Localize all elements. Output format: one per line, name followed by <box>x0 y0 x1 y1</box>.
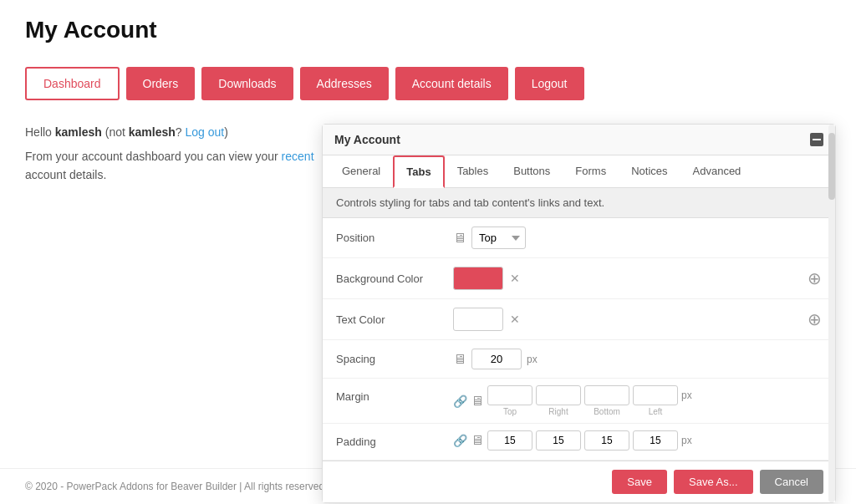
margin-unit: px <box>681 389 692 401</box>
spacing-unit: px <box>527 354 538 365</box>
page-title: My Account <box>25 17 831 43</box>
panel-footer: Save Save As... Cancel <box>323 461 835 502</box>
padding-link-icon[interactable]: 🔗 <box>453 434 467 447</box>
settings-panel: My Account General Tabs Tables Buttons F… <box>322 124 836 503</box>
background-color-control: ✕ <box>453 267 808 290</box>
monitor-icon: 🖥 <box>453 231 466 246</box>
username2: kamlesh <box>129 125 176 139</box>
panel-description: Controls styling for tabs and tab conten… <box>323 188 835 218</box>
margin-row: Margin 🔗 🖥 px Top <box>323 379 835 424</box>
username: kamlesh <box>55 125 102 139</box>
text-color-row: Text Color ✕ ⊕ <box>323 299 835 340</box>
tab-general[interactable]: General <box>329 155 393 188</box>
margin-right-label: Right <box>536 407 581 416</box>
padding-unit: px <box>681 435 692 446</box>
padding-label: Padding <box>336 430 453 448</box>
nav-btn-dashboard[interactable]: Dashboard <box>25 67 120 100</box>
tab-tabs[interactable]: Tabs <box>393 155 444 188</box>
scrollbar-thumb[interactable] <box>828 133 835 200</box>
tab-notices[interactable]: Notices <box>619 155 680 188</box>
margin-top-label: Top <box>487 407 532 416</box>
spacing-row: Spacing 🖥 px <box>323 340 835 379</box>
margin-label: Margin <box>336 385 453 403</box>
bg-color-plus[interactable]: ⊕ <box>808 268 822 288</box>
scrollbar-track[interactable] <box>828 125 835 502</box>
spacing-label: Spacing <box>336 353 453 365</box>
margin-inputs-row: px <box>487 385 692 405</box>
position-control: 🖥 Top Left Right <box>453 227 822 249</box>
nav-btn-account-details[interactable]: Account details <box>395 67 508 100</box>
margin-bottom-input[interactable] <box>584 385 629 405</box>
padding-top-input[interactable] <box>487 430 532 451</box>
background-color-row: Background Color ✕ ⊕ <box>323 258 835 299</box>
footer-text: © 2020 - PowerPack Addons for Beaver Bui… <box>25 481 324 492</box>
margin-bottom-label: Bottom <box>584 407 629 416</box>
position-row: Position 🖥 Top Left Right <box>323 218 835 258</box>
margin-left-label: Left <box>633 407 678 416</box>
padding-inputs-row: px <box>487 430 692 451</box>
panel-title: My Account <box>334 133 400 146</box>
spacing-monitor-icon: 🖥 <box>453 352 466 367</box>
position-select[interactable]: Top Left Right <box>471 227 526 249</box>
recent-link[interactable]: recent <box>282 150 314 163</box>
position-label: Position <box>336 232 453 244</box>
save-as-button[interactable]: Save As... <box>674 470 753 494</box>
padding-bottom-input[interactable] <box>584 430 629 451</box>
save-button[interactable]: Save <box>612 470 667 494</box>
margin-controls: 🔗 🖥 px Top Right Botto <box>453 385 822 416</box>
padding-row: Padding 🔗 🖥 px <box>323 424 835 461</box>
bg-color-swatch[interactable] <box>453 267 503 290</box>
background-color-label: Background Color <box>336 272 453 285</box>
margin-right-input[interactable] <box>536 385 581 405</box>
tab-forms[interactable]: Forms <box>563 155 619 188</box>
panel-header: My Account <box>323 125 835 155</box>
tab-buttons[interactable]: Buttons <box>501 155 563 188</box>
text-color-plus[interactable]: ⊕ <box>808 309 822 329</box>
text-color-swatch-container: ✕ <box>453 308 523 331</box>
margin-monitor-icon: 🖥 <box>471 394 484 409</box>
padding-monitor-icon: 🖥 <box>471 433 484 448</box>
logout-link[interactable]: Log out <box>185 125 224 139</box>
spacing-control: 🖥 px <box>453 349 822 369</box>
nav-btn-addresses[interactable]: Addresses <box>300 67 389 100</box>
text-color-control: ✕ <box>453 308 808 331</box>
tab-advanced[interactable]: Advanced <box>680 155 754 188</box>
text-color-clear[interactable]: ✕ <box>507 311 523 328</box>
nav-btn-downloads[interactable]: Downloads <box>201 67 293 100</box>
bg-color-swatch-container: ✕ <box>453 267 523 290</box>
margin-labels-row: Top Right Bottom Left <box>487 407 692 416</box>
minimize-button[interactable] <box>810 133 823 146</box>
spacing-input[interactable] <box>471 349 522 369</box>
margin-link-icon[interactable]: 🔗 <box>453 395 467 408</box>
text-color-swatch[interactable] <box>453 308 503 331</box>
cancel-button[interactable]: Cancel <box>760 470 823 494</box>
nav-btn-orders[interactable]: Orders <box>126 67 196 100</box>
panel-tabs: General Tabs Tables Buttons Forms Notice… <box>323 155 835 188</box>
tab-tables[interactable]: Tables <box>445 155 502 188</box>
padding-left-input[interactable] <box>633 430 678 451</box>
panel-inner: My Account General Tabs Tables Buttons F… <box>323 125 835 502</box>
bg-color-clear[interactable]: ✕ <box>507 270 523 287</box>
text-color-label: Text Color <box>336 313 453 326</box>
padding-controls: 🔗 🖥 px <box>453 430 822 451</box>
margin-left-input[interactable] <box>633 385 678 405</box>
padding-right-input[interactable] <box>536 430 581 451</box>
margin-top-input[interactable] <box>487 385 532 405</box>
nav-btn-logout[interactable]: Logout <box>515 67 584 100</box>
panel-body: Controls styling for tabs and tab conten… <box>323 188 835 461</box>
nav-buttons: Dashboard Orders Downloads Addresses Acc… <box>25 67 831 100</box>
